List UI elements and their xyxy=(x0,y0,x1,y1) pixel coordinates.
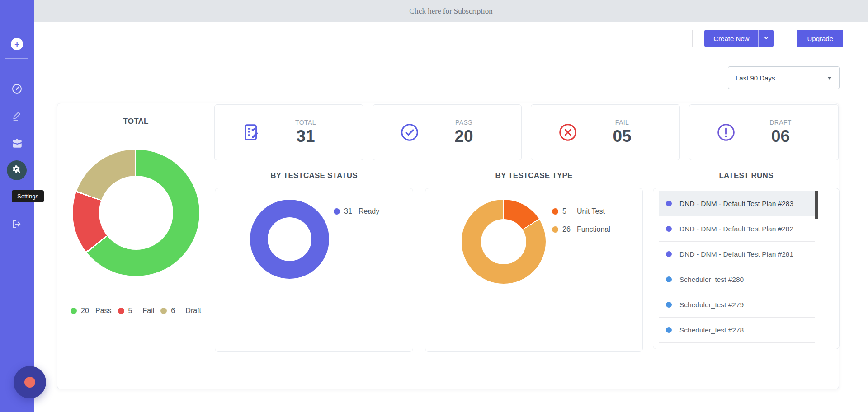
latest-runs-card: DND - DNM - Default Test Plan #283DND - … xyxy=(653,188,840,349)
legend-item: 5Unit Test xyxy=(552,207,610,215)
sidebar: + xyxy=(0,0,34,412)
create-new-split-button: Create New xyxy=(704,30,774,47)
sidebar-item-projects[interactable] xyxy=(0,137,34,151)
dashboard-gauge-icon xyxy=(11,83,23,96)
total-chart-title: TOTAL xyxy=(57,117,214,126)
latest-run-item[interactable]: Scheduler_test #280 xyxy=(659,267,815,292)
sidebar-item-edit[interactable] xyxy=(0,110,34,123)
latest-run-item[interactable]: Scheduler_test #279 xyxy=(659,292,815,318)
legend-label: Unit Test xyxy=(577,207,605,215)
legend-dot-icon xyxy=(334,208,340,215)
stat-value: 20 xyxy=(454,127,473,146)
total-donut-chart xyxy=(73,150,199,276)
sidebar-item-dashboard[interactable] xyxy=(0,83,34,96)
stat-value: 05 xyxy=(613,127,631,146)
run-dot-icon xyxy=(666,251,672,257)
legend-item: 31Ready xyxy=(334,207,379,215)
legend-dot-icon xyxy=(71,308,77,314)
stat-value: 31 xyxy=(296,127,315,146)
run-label: DND - DNM - Default Test Plan #283 xyxy=(679,200,793,208)
latest-run-item[interactable]: DND - DNM - Default Test Plan #281 xyxy=(659,242,815,267)
type-chart-card: 5Unit Test26Functional xyxy=(425,188,643,352)
legend-value: 20 xyxy=(81,307,90,315)
stat-meta: PASS 20 xyxy=(420,119,508,146)
run-dot-icon xyxy=(666,302,672,308)
legend-label: Functional xyxy=(577,225,610,234)
stat-meta: FAIL 05 xyxy=(578,119,666,146)
legend-item: 5Fail xyxy=(118,307,155,315)
type-chart-legend: 5Unit Test26Functional xyxy=(552,207,610,243)
stat-card-draft: DRAFT 06 xyxy=(689,104,839,160)
fab-dot-icon xyxy=(24,377,35,388)
status-donut-chart xyxy=(250,200,329,279)
legend-value: 6 xyxy=(171,307,180,315)
stat-meta: DRAFT 06 xyxy=(736,119,825,146)
x-circle-icon xyxy=(557,122,578,143)
header-divider-left xyxy=(692,30,693,47)
legend-dot-icon xyxy=(552,208,558,215)
run-dot-icon xyxy=(666,276,672,282)
latest-runs-title: LATEST RUNS xyxy=(653,171,840,180)
legend-label: Pass xyxy=(95,307,112,315)
run-dot-icon xyxy=(666,327,672,333)
select-caret-icon xyxy=(827,77,832,80)
document-edit-icon xyxy=(241,122,262,143)
legend-dot-icon xyxy=(160,308,167,314)
legend-label: Ready xyxy=(359,207,379,215)
latest-run-item[interactable]: Scheduler_test #278 xyxy=(659,318,815,343)
create-new-dropdown-button[interactable] xyxy=(758,30,774,47)
create-new-button[interactable]: Create New xyxy=(704,30,758,47)
dashboard-panel: TOTAL 20Pass5Fail6Draft TOTAL 31 xyxy=(57,103,839,389)
subscription-banner: Click here for Subscription xyxy=(34,0,868,22)
subscription-banner-link[interactable]: Click here for Subscription xyxy=(409,7,493,16)
briefcase-icon xyxy=(11,137,23,151)
sidebar-divider xyxy=(5,58,28,59)
add-button[interactable]: + xyxy=(11,38,23,50)
date-range-value: Last 90 Days xyxy=(736,74,775,82)
date-range-select[interactable]: Last 90 Days xyxy=(728,66,840,89)
stat-card-fail: FAIL 05 xyxy=(531,104,680,160)
stat-meta: TOTAL 31 xyxy=(262,119,349,146)
exclamation-circle-icon xyxy=(716,122,736,143)
latest-runs-list: DND - DNM - Default Test Plan #283DND - … xyxy=(659,191,815,343)
stat-value: 06 xyxy=(771,127,790,146)
floating-action-button[interactable] xyxy=(14,366,46,398)
run-label: DND - DNM - Default Test Plan #281 xyxy=(679,250,793,258)
legend-value: 31 xyxy=(344,207,353,215)
check-circle-icon xyxy=(399,122,420,143)
chevron-down-icon xyxy=(763,35,769,42)
donut-hole xyxy=(481,219,526,264)
legend-label: Fail xyxy=(143,307,155,315)
settings-tooltip: Settings xyxy=(12,190,44,202)
stat-label: PASS xyxy=(455,119,472,126)
pencil-icon xyxy=(11,110,23,123)
type-chart-title: BY TESTCASE TYPE xyxy=(425,171,643,180)
upgrade-button[interactable]: Upgrade xyxy=(797,30,843,47)
run-label: Scheduler_test #278 xyxy=(679,326,744,334)
latest-run-item[interactable]: DND - DNM - Default Test Plan #282 xyxy=(659,216,815,242)
top-bar: Create New Upgrade xyxy=(34,22,868,55)
scrollbar-thumb[interactable] xyxy=(815,191,818,219)
run-label: DND - DNM - Default Test Plan #282 xyxy=(679,225,793,233)
sidebar-item-logout[interactable] xyxy=(0,218,34,232)
legend-value: 5 xyxy=(562,207,571,215)
legend-dot-icon xyxy=(118,308,124,314)
sidebar-item-settings[interactable] xyxy=(7,160,27,180)
stat-label: TOTAL xyxy=(295,119,316,126)
filter-toolbar: Last 90 Days xyxy=(34,66,868,89)
stat-card-total: TOTAL 31 xyxy=(214,104,363,160)
stat-label: DRAFT xyxy=(769,119,792,126)
run-label: Scheduler_test #279 xyxy=(679,301,744,309)
run-dot-icon xyxy=(666,201,672,206)
legend-value: 26 xyxy=(562,225,571,234)
legend-dot-icon xyxy=(552,226,558,233)
latest-run-item[interactable]: DND - DNM - Default Test Plan #283 xyxy=(659,191,815,216)
stat-label: FAIL xyxy=(615,119,629,126)
type-donut-chart xyxy=(462,200,546,284)
donut-hole xyxy=(268,217,311,261)
total-chart-block: TOTAL 20Pass5Fail6Draft xyxy=(57,103,214,390)
header-divider-right xyxy=(786,30,786,47)
total-chart-legend: 20Pass5Fail6Draft xyxy=(57,307,214,315)
status-chart-legend: 31Ready xyxy=(334,207,379,225)
legend-item: 26Functional xyxy=(552,225,610,234)
